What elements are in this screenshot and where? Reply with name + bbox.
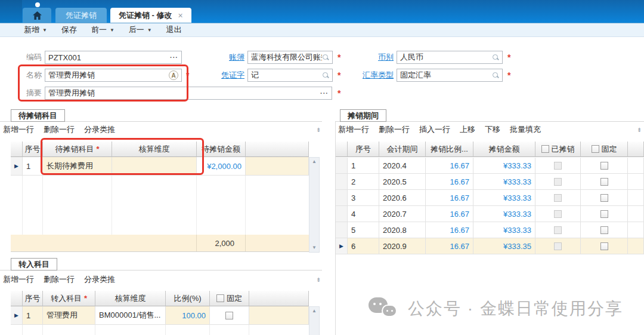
next-dropdown-icon[interactable]: ▼ <box>147 27 152 33</box>
rate-type-link[interactable]: 汇率类型 <box>352 69 394 82</box>
next-button[interactable]: 后一 ▼ <box>129 24 152 35</box>
period-row-indicator-selected[interactable]: ▶ <box>336 238 348 254</box>
rate-type-field[interactable]: 固定汇率 <box>397 69 503 82</box>
book-search-icon[interactable] <box>322 54 329 61</box>
scroll-down-icon[interactable]: ▼ <box>312 245 317 250</box>
period-col-ratio[interactable]: 摊销比例... <box>426 142 473 157</box>
tab-home[interactable] <box>23 8 51 23</box>
period-col-fixed[interactable]: 固定 <box>581 142 628 157</box>
fixed-checkbox[interactable] <box>600 226 608 234</box>
multilanguage-icon[interactable]: A <box>169 70 178 80</box>
pending-row-indicator[interactable]: ▶ <box>11 157 23 176</box>
new-dropdown-icon[interactable]: ▼ <box>42 27 47 33</box>
transfer-fixed-checkbox[interactable] <box>225 312 233 319</box>
pending-add-row-button[interactable]: 新增一行 <box>3 124 34 135</box>
close-tab-icon[interactable]: × <box>178 11 183 20</box>
period-row-amortized-cell[interactable] <box>535 190 581 206</box>
transfer-row-fixed-cell[interactable] <box>210 306 249 325</box>
transfer-row-seq[interactable]: 1 <box>23 306 43 325</box>
period-row-fixed-cell[interactable] <box>581 174 628 190</box>
period-row-ratio-cell[interactable]: 16.67 <box>426 158 473 174</box>
period-col-period[interactable]: 会计期间 <box>379 142 426 157</box>
transfer-col-subject[interactable]: 转入科目 * <box>43 291 95 306</box>
period-row-fixed-cell[interactable] <box>581 238 628 254</box>
period-row-amount-cell[interactable]: ¥333.33 <box>473 158 535 174</box>
period-row-seq[interactable]: 4 <box>348 206 379 222</box>
transfer-fixed-header-checkbox[interactable] <box>216 294 224 302</box>
transfer-entry-analogy-button[interactable]: 分录类推 <box>84 274 115 285</box>
scroll-up-icon[interactable]: ▲ <box>312 309 317 314</box>
period-move-down-button[interactable]: 下移 <box>485 124 500 135</box>
fixed-checkbox[interactable] <box>600 242 608 250</box>
period-row-fixed-cell[interactable] <box>581 206 628 222</box>
transfer-table-scrollbar[interactable]: ▲ <box>309 306 320 335</box>
currency-field[interactable]: 人民币 <box>397 51 503 64</box>
period-row-indicator[interactable] <box>336 222 348 238</box>
new-button[interactable]: 新增 ▼ <box>24 24 47 35</box>
period-row-amortized-cell[interactable] <box>535 174 581 190</box>
pending-col-subject[interactable]: 待摊销科目 * <box>43 142 112 157</box>
period-row-ratio-cell[interactable]: 16.67 <box>426 174 473 190</box>
period-section-tab[interactable]: 摊销期间 <box>340 109 386 122</box>
period-row-ratio-cell[interactable]: 16.67 <box>426 238 473 254</box>
transfer-col-seq[interactable]: 序号 <box>23 291 43 306</box>
period-row-amount-cell[interactable]: ¥333.33 <box>473 222 535 238</box>
pending-col-amount[interactable]: 待摊销金额 <box>197 142 246 157</box>
pending-row-amount-cell[interactable]: ¥2,000.00 <box>197 157 246 176</box>
tab-voucher-amortization[interactable]: 凭证摊销 <box>55 8 107 23</box>
pending-section-tab[interactable]: 待摊销科目 <box>11 109 65 122</box>
period-row-ratio-cell[interactable]: 16.67 <box>426 190 473 206</box>
voucher-word-link[interactable]: 凭证字 <box>203 69 244 82</box>
period-row-seq[interactable]: 1 <box>348 158 379 174</box>
period-row-period-cell[interactable]: 2020.4 <box>379 158 426 174</box>
transfer-row-subject-cell[interactable]: 管理费用 <box>43 306 95 325</box>
period-row-period-cell[interactable]: 2020.6 <box>379 190 426 206</box>
summary-field[interactable]: 管理费用摊销 ··· <box>45 87 332 100</box>
period-toolbar-collapse-icon[interactable]: ⇟ <box>637 127 642 133</box>
period-row-seq[interactable]: 6 <box>348 238 379 254</box>
code-lookup-icon[interactable]: ··· <box>170 54 178 61</box>
period-row-seq[interactable]: 3 <box>348 190 379 206</box>
period-row-fixed-cell[interactable] <box>581 190 628 206</box>
previous-button[interactable]: 前一 ▼ <box>91 24 114 35</box>
period-row-amortized-cell[interactable] <box>535 206 581 222</box>
rate-type-search-icon[interactable] <box>492 72 499 79</box>
period-row-amount-cell[interactable]: ¥333.33 <box>473 190 535 206</box>
pending-row-seq[interactable]: 1 <box>23 157 43 176</box>
period-fixed-header-checkbox[interactable] <box>592 145 599 153</box>
fixed-checkbox[interactable] <box>600 210 608 218</box>
period-delete-row-button[interactable]: 删除一行 <box>379 124 410 135</box>
voucher-word-search-icon[interactable] <box>322 72 329 79</box>
period-row-period-cell[interactable]: 2020.5 <box>379 174 426 190</box>
previous-dropdown-icon[interactable]: ▼ <box>110 27 114 33</box>
pending-table-scrollbar[interactable]: ▲ ▼ <box>309 157 320 253</box>
book-link[interactable]: 账簿 <box>203 51 244 64</box>
fixed-checkbox[interactable] <box>600 162 608 170</box>
period-amortized-header-checkbox[interactable] <box>541 145 549 153</box>
period-row-fixed-cell[interactable] <box>581 222 628 238</box>
pending-col-dimension[interactable]: 核算维度 <box>112 142 197 157</box>
period-row-seq[interactable]: 5 <box>348 222 379 238</box>
exit-button[interactable]: 退出 <box>166 24 182 35</box>
transfer-add-row-button[interactable]: 新增一行 <box>3 274 34 285</box>
period-row-period-cell[interactable]: 2020.7 <box>379 206 426 222</box>
scroll-up-icon[interactable]: ▲ <box>312 159 317 164</box>
pending-entry-analogy-button[interactable]: 分录类推 <box>84 124 115 135</box>
period-row-indicator[interactable] <box>336 174 348 190</box>
period-insert-row-button[interactable]: 插入一行 <box>419 124 450 135</box>
pending-row-subject-cell[interactable]: 长期待摊费用 <box>43 157 112 176</box>
period-row-indicator[interactable] <box>336 158 348 174</box>
period-row-fixed-cell[interactable] <box>581 158 628 174</box>
tab-voucher-amortization-edit[interactable]: 凭证摊销 - 修改 × <box>110 8 191 23</box>
fixed-checkbox[interactable] <box>600 178 608 186</box>
period-col-seq[interactable]: 序号 <box>348 142 379 157</box>
summary-lookup-icon[interactable]: ··· <box>320 90 329 97</box>
transfer-delete-row-button[interactable]: 删除一行 <box>44 274 75 285</box>
period-row-amortized-cell[interactable] <box>535 222 581 238</box>
period-row-ratio-cell[interactable]: 16.67 <box>426 222 473 238</box>
period-row-seq[interactable]: 2 <box>348 174 379 190</box>
transfer-row-ratio-cell[interactable]: 100.00 <box>166 306 210 325</box>
period-add-row-button[interactable]: 新增一行 <box>338 124 369 135</box>
currency-search-icon[interactable] <box>492 54 499 61</box>
fixed-checkbox[interactable] <box>600 194 608 202</box>
